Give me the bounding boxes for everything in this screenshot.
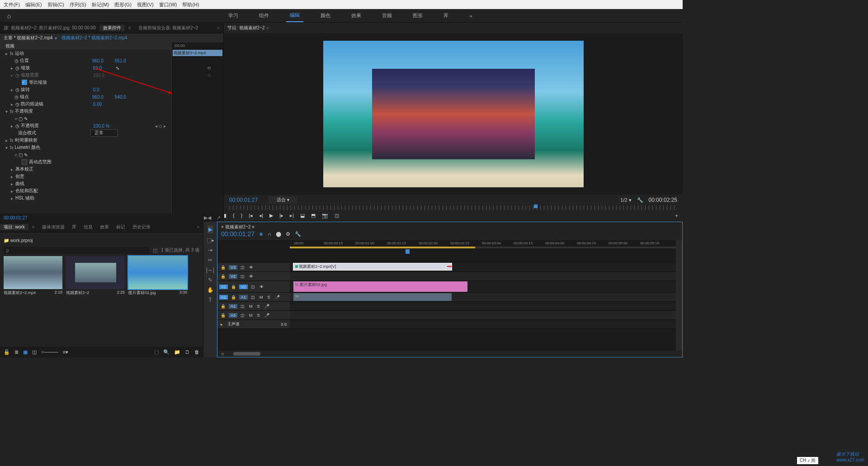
goto-in-icon[interactable]: |◂ bbox=[249, 213, 253, 219]
zoom-slider[interactable]: ○──── bbox=[41, 349, 58, 355]
flicker-value[interactable]: 0.00 bbox=[93, 102, 116, 107]
lock-icon[interactable]: 🔒 bbox=[230, 295, 237, 300]
stopwatch-icon[interactable]: ◷ bbox=[14, 95, 19, 100]
goto-out-icon[interactable]: ▸| bbox=[290, 213, 294, 219]
mask-rect-icon[interactable]: ▢ bbox=[19, 116, 23, 121]
voice-icon[interactable]: 🎤 bbox=[263, 304, 271, 309]
rotation-value[interactable]: 0.0 bbox=[93, 87, 116, 92]
lock-icon[interactable]: 🔓 bbox=[4, 349, 10, 355]
menu-marker[interactable]: 标记(M) bbox=[89, 1, 112, 8]
mask-pen-icon[interactable]: ✎ bbox=[24, 152, 28, 157]
stopwatch-icon[interactable]: ◷ bbox=[15, 87, 19, 92]
timeline-ruler[interactable]: :00:00 00:00:00:15 00:00:01:00 00:00:01:… bbox=[290, 240, 676, 249]
list-view-icon[interactable]: ≣ bbox=[14, 349, 19, 355]
ws-library[interactable]: 库 bbox=[440, 9, 452, 22]
scale-value[interactable]: 63.0 bbox=[93, 66, 116, 71]
reset-icon[interactable]: ⟲ bbox=[207, 73, 211, 78]
ws-overflow[interactable]: » bbox=[466, 9, 476, 22]
project-item[interactable]: 图片素材02.jpg3:00 bbox=[128, 256, 187, 296]
slip-tool[interactable]: |↔| bbox=[206, 267, 214, 273]
extract-icon[interactable]: ⬒ bbox=[311, 213, 316, 219]
project-item[interactable]: 视频素材2~22:25 bbox=[66, 256, 125, 296]
toggle-output-icon[interactable]: ◫ bbox=[250, 285, 256, 289]
new-item-button[interactable]: 🗋 bbox=[185, 349, 190, 355]
delete-button[interactable]: 🗑 bbox=[194, 349, 199, 355]
tab-library[interactable]: 库 bbox=[68, 224, 80, 230]
camera-icon[interactable]: 📷 bbox=[322, 213, 328, 219]
program-ruler[interactable] bbox=[229, 205, 677, 210]
master-value[interactable]: 0.0 bbox=[279, 322, 288, 327]
position-y[interactable]: 551.0 bbox=[115, 58, 137, 63]
solo-button[interactable]: S bbox=[266, 295, 272, 300]
program-playhead[interactable] bbox=[534, 204, 538, 208]
menu-help[interactable]: 帮助(H) bbox=[179, 1, 202, 8]
track-v1-lane[interactable]: fx 图片素材02.jpg bbox=[290, 281, 676, 292]
eye-icon[interactable]: 👁 bbox=[258, 285, 265, 289]
wrench-icon[interactable]: 🔧 bbox=[295, 231, 301, 237]
track-a1[interactable]: A1 bbox=[239, 295, 248, 300]
project-search-input[interactable] bbox=[4, 247, 149, 254]
mask-pen-icon[interactable]: ✎ bbox=[24, 116, 28, 121]
lock-icon[interactable]: 🔒 bbox=[219, 313, 227, 318]
track-v2[interactable]: V2 bbox=[229, 274, 237, 279]
timeline-scrollbar[interactable]: ○ bbox=[217, 351, 682, 357]
new-bin-icon[interactable]: ◫ bbox=[149, 247, 161, 253]
automate-icon[interactable]: ⬚ bbox=[154, 349, 159, 355]
selection-tool[interactable]: ▶ bbox=[208, 225, 213, 233]
toggle-output-icon[interactable]: ◫ bbox=[239, 313, 246, 318]
opacity-value[interactable]: 100.0 % bbox=[93, 124, 116, 128]
tab-effect-controls[interactable]: 效果控件 bbox=[99, 25, 125, 31]
tab-history[interactable]: 历史记录 bbox=[129, 224, 154, 230]
fx-wheels[interactable]: 色轮和匹配 bbox=[15, 188, 88, 194]
ws-assembly[interactable]: 组件 bbox=[255, 9, 273, 22]
export-icon[interactable]: ↗ bbox=[214, 215, 223, 221]
toggle-output-icon[interactable]: ◫ bbox=[239, 274, 246, 279]
ws-effects[interactable]: 效果 bbox=[348, 9, 365, 22]
track-select-tool[interactable]: ⬚▸ bbox=[207, 237, 214, 243]
scroll-thumb[interactable] bbox=[233, 352, 260, 356]
fit-dropdown[interactable]: 适合 ▾ bbox=[269, 196, 297, 204]
toggle-output-icon[interactable]: ◫ bbox=[250, 295, 256, 300]
menu-sequence[interactable]: 序列(S) bbox=[67, 1, 89, 8]
patch-a1[interactable]: A1 bbox=[219, 295, 228, 300]
master-track[interactable]: 主声道 bbox=[226, 321, 241, 327]
stopwatch-icon[interactable]: ◷ bbox=[15, 66, 19, 71]
track-v3-lane[interactable]: 视频素材2~2.mp4[V] bbox=[290, 263, 676, 271]
stopwatch-icon[interactable]: ◷ bbox=[15, 124, 19, 128]
in-icon[interactable]: { bbox=[233, 213, 235, 218]
fx-time-remap[interactable]: 时间重映射 bbox=[15, 137, 87, 143]
fx-hsl[interactable]: HSL 辅助 bbox=[15, 195, 88, 201]
ws-color[interactable]: 颜色 bbox=[317, 9, 334, 22]
add-button[interactable]: ＋ bbox=[674, 212, 679, 219]
fx-creative[interactable]: 创意 bbox=[15, 173, 88, 180]
fx-curves[interactable]: 曲线 bbox=[15, 181, 88, 187]
reset-icon[interactable]: ⟲ bbox=[207, 66, 211, 71]
voice-icon[interactable]: 🎤 bbox=[274, 295, 281, 300]
program-timecode[interactable]: 00:00:01:27 bbox=[229, 197, 258, 203]
menu-window[interactable]: 窗口(W) bbox=[156, 1, 180, 8]
panel-menu-icon[interactable]: » bbox=[213, 25, 223, 30]
compare-icon[interactable]: ◫ bbox=[335, 213, 339, 219]
new-bin-button[interactable]: 📁 bbox=[174, 349, 180, 355]
tab-info[interactable]: 信息 bbox=[80, 224, 96, 230]
ws-audio[interactable]: 音频 bbox=[378, 9, 396, 22]
eye-icon[interactable]: 👁 bbox=[248, 274, 255, 279]
track-v1[interactable]: V1 bbox=[239, 285, 248, 289]
settings-icon[interactable]: ⚙ bbox=[286, 231, 290, 237]
panel-menu-icon[interactable]: » bbox=[193, 224, 203, 229]
timeline-timecode[interactable]: 00:00:01:27 bbox=[221, 230, 255, 238]
hdr-checkbox[interactable] bbox=[22, 159, 27, 165]
track-a2[interactable]: A2 bbox=[229, 304, 237, 309]
track-a2-lane[interactable] bbox=[290, 302, 676, 310]
sort-icon[interactable]: ≡▾ bbox=[63, 349, 68, 355]
menu-graphics[interactable]: 图形(G) bbox=[112, 1, 134, 8]
razor-tool[interactable]: ✂ bbox=[208, 257, 212, 263]
home-button[interactable]: ⌂ bbox=[0, 12, 18, 19]
snap-icon[interactable]: ⋇ bbox=[259, 231, 263, 237]
mute-button[interactable]: M bbox=[248, 313, 254, 318]
out-icon[interactable]: } bbox=[241, 213, 243, 218]
ws-edit[interactable]: 编辑 bbox=[286, 9, 303, 22]
voice-icon[interactable]: 🎤 bbox=[263, 313, 271, 318]
toggle-icon[interactable]: ▶◀ bbox=[201, 215, 214, 221]
step-back-icon[interactable]: ◂| bbox=[259, 213, 263, 219]
